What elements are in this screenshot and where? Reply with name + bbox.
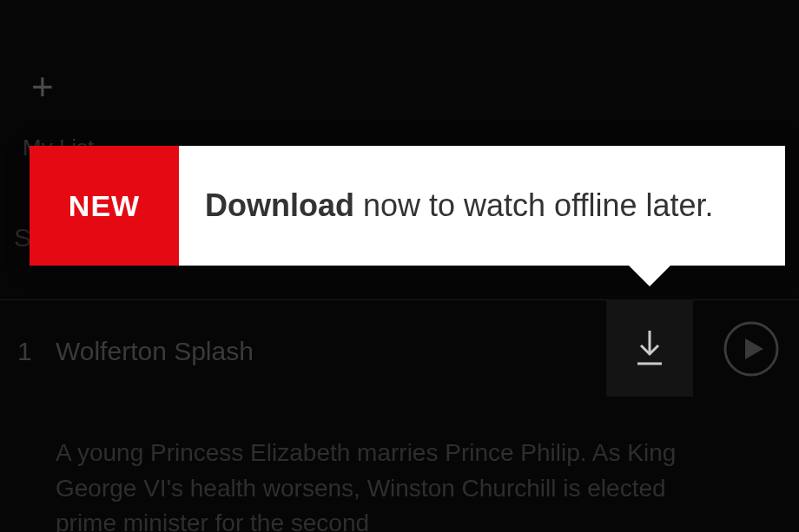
download-button[interactable] — [606, 299, 693, 397]
plus-icon: + — [31, 65, 54, 108]
new-badge: NEW — [30, 146, 179, 266]
play-icon — [723, 321, 779, 377]
episode-number: 1 — [17, 337, 32, 366]
add-to-list-button[interactable]: + — [31, 68, 54, 106]
tooltip-rest: now to watch offline later. — [354, 187, 714, 223]
season-indicator: S — [14, 223, 31, 253]
download-tooltip: NEW Download now to watch offline later. — [30, 146, 785, 266]
svg-marker-3 — [745, 338, 763, 359]
play-button[interactable] — [723, 321, 779, 377]
episode-description: A young Princess Elizabeth marries Princ… — [56, 436, 683, 532]
tooltip-bold: Download — [205, 187, 354, 223]
tooltip-arrow — [629, 266, 670, 286]
download-icon — [632, 329, 667, 367]
tooltip-text: Download now to watch offline later. — [179, 146, 785, 266]
episode-title: Wolferton Splash — [56, 337, 254, 366]
